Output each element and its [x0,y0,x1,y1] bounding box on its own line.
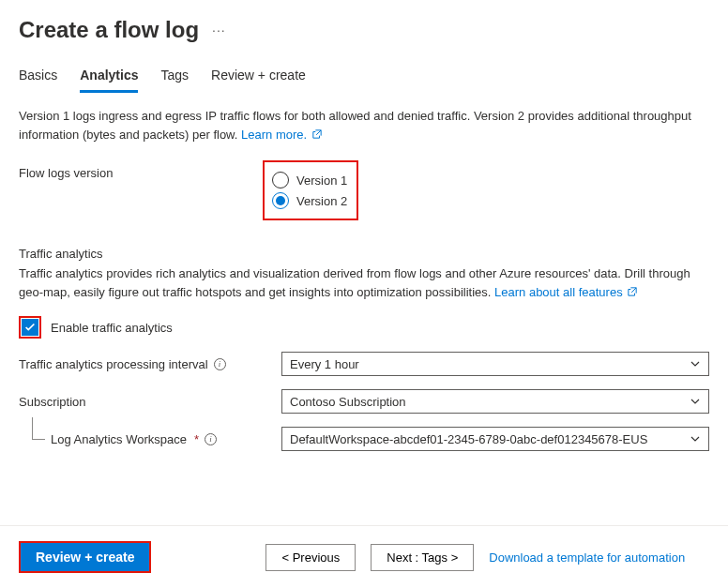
tab-tags[interactable]: Tags [160,68,189,93]
tab-basics[interactable]: Basics [19,68,57,93]
chevron-down-icon [690,433,701,445]
info-icon[interactable]: i [205,433,217,445]
traffic-analytics-heading: Traffic analytics [19,247,709,261]
radio-version-2[interactable]: Version 2 [272,192,347,209]
radio-icon [272,172,289,188]
interval-label: Traffic analytics processing interval i [19,357,281,371]
subscription-label: Subscription [19,395,281,409]
previous-button[interactable]: < Previous [265,544,356,571]
info-icon[interactable]: i [214,358,226,370]
workspace-select[interactable]: DefaultWorkspace-abcdef01-2345-6789-0abc… [281,427,709,451]
enable-traffic-label: Enable traffic analytics [51,321,173,335]
enable-traffic-checkbox[interactable] [22,319,38,336]
learn-features-link[interactable]: Learn about all features [494,285,637,299]
chevron-down-icon [690,396,701,407]
interval-select[interactable]: Every 1 hour [281,352,709,376]
review-create-button[interactable]: Review + create [21,543,149,571]
tab-analytics[interactable]: Analytics [80,68,138,93]
tree-line-icon [32,417,45,440]
page-title: Create a flow log [19,17,199,43]
subscription-select[interactable]: Contoso Subscription [281,389,709,414]
version-description: Version 1 logs ingress and egress IP tra… [19,107,709,143]
review-create-highlight: Review + create [19,541,151,573]
chevron-down-icon [690,358,701,369]
version-highlight: Version 1 Version 2 [263,160,358,220]
more-icon[interactable]: ··· [212,23,226,38]
external-link-icon [628,287,637,296]
workspace-label: Log Analytics Workspace * i [19,432,281,446]
radio-version-1[interactable]: Version 1 [272,172,347,188]
tab-review-create[interactable]: Review + create [211,68,306,93]
checkbox-highlight [19,316,41,339]
required-asterisk: * [194,432,199,446]
tab-bar: Basics Analytics Tags Review + create [0,49,728,94]
download-template-link[interactable]: Download a template for automation [489,550,685,565]
radio-icon [272,192,289,209]
external-link-icon [312,129,322,139]
traffic-description: Traffic analytics provides rich analytic… [19,264,709,301]
flow-logs-version-label: Flow logs version [19,160,263,180]
footer-bar: Review + create < Previous Next : Tags >… [0,525,728,588]
check-icon [23,321,37,334]
next-button[interactable]: Next : Tags > [371,544,474,571]
learn-more-link[interactable]: Learn more. [241,128,322,142]
